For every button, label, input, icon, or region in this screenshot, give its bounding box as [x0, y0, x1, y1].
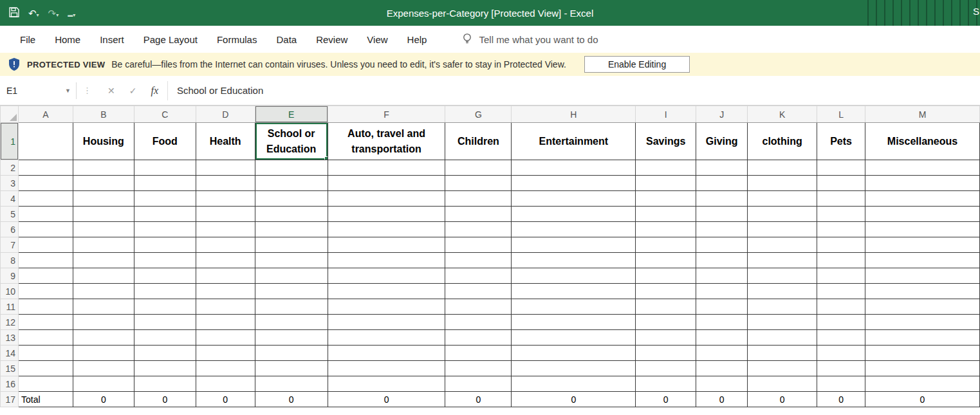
cell-K6[interactable]	[748, 222, 817, 237]
column-header-K[interactable]: K	[748, 106, 817, 123]
menu-item-view[interactable]: View	[357, 34, 397, 45]
cell-L2[interactable]	[817, 160, 865, 176]
row-header-15[interactable]: 15	[1, 361, 19, 376]
cell-D9[interactable]	[196, 268, 255, 284]
cell-B7[interactable]	[73, 237, 134, 253]
cell-C9[interactable]	[134, 268, 196, 284]
cell-L6[interactable]	[817, 222, 865, 237]
cell-J8[interactable]	[696, 253, 748, 268]
cell-C2[interactable]	[134, 160, 196, 176]
cell-L11[interactable]	[817, 299, 865, 315]
cell-J1[interactable]: Giving	[696, 123, 748, 160]
cell-H12[interactable]	[512, 315, 636, 330]
cell-I2[interactable]	[636, 160, 696, 176]
cell-G16[interactable]	[445, 376, 512, 392]
cell-J14[interactable]	[696, 346, 748, 361]
cell-I12[interactable]	[636, 315, 696, 330]
cell-C11[interactable]	[134, 299, 196, 315]
menu-item-file[interactable]: File	[10, 34, 45, 45]
cell-F17[interactable]: 0	[328, 392, 445, 407]
cell-C12[interactable]	[134, 315, 196, 330]
cell-I17[interactable]: 0	[636, 392, 696, 407]
cell-E2[interactable]	[255, 160, 328, 176]
cell-B11[interactable]	[73, 299, 134, 315]
cell-G8[interactable]	[445, 253, 512, 268]
cell-M3[interactable]	[865, 176, 980, 191]
cell-L4[interactable]	[817, 191, 865, 207]
cell-B13[interactable]	[73, 330, 134, 346]
cell-J7[interactable]	[696, 237, 748, 253]
save-icon[interactable]	[9, 7, 19, 19]
menu-item-data[interactable]: Data	[266, 34, 306, 45]
cell-F14[interactable]	[328, 346, 445, 361]
cell-E11[interactable]	[255, 299, 328, 315]
cell-E8[interactable]	[255, 253, 328, 268]
cell-E16[interactable]	[255, 376, 328, 392]
row-header-2[interactable]: 2	[1, 160, 19, 176]
cell-M13[interactable]	[865, 330, 980, 346]
row-header-8[interactable]: 8	[1, 253, 19, 268]
cell-J3[interactable]	[696, 176, 748, 191]
cell-C8[interactable]	[134, 253, 196, 268]
cell-A4[interactable]	[18, 191, 73, 207]
cell-K10[interactable]	[748, 284, 817, 299]
cell-J6[interactable]	[696, 222, 748, 237]
cell-C15[interactable]	[134, 361, 196, 376]
menu-item-help[interactable]: Help	[398, 34, 437, 45]
cell-E1[interactable]: School or Education	[255, 123, 328, 160]
cell-I9[interactable]	[636, 268, 696, 284]
cell-M6[interactable]	[865, 222, 980, 237]
cell-F10[interactable]	[328, 284, 445, 299]
cell-A5[interactable]	[18, 207, 73, 222]
cell-H4[interactable]	[512, 191, 636, 207]
cell-A3[interactable]	[18, 176, 73, 191]
cell-C6[interactable]	[134, 222, 196, 237]
cell-G13[interactable]	[445, 330, 512, 346]
cell-I14[interactable]	[636, 346, 696, 361]
cell-E5[interactable]	[255, 207, 328, 222]
cell-F13[interactable]	[328, 330, 445, 346]
cell-E7[interactable]	[255, 237, 328, 253]
row-header-17[interactable]: 17	[1, 392, 19, 407]
cell-I11[interactable]	[636, 299, 696, 315]
cell-G2[interactable]	[445, 160, 512, 176]
row-header-12[interactable]: 12	[1, 315, 19, 330]
cell-M7[interactable]	[865, 237, 980, 253]
cell-K3[interactable]	[748, 176, 817, 191]
cell-M5[interactable]	[865, 207, 980, 222]
cell-G17[interactable]: 0	[445, 392, 512, 407]
cell-F16[interactable]	[328, 376, 445, 392]
cell-B14[interactable]	[73, 346, 134, 361]
cell-G7[interactable]	[445, 237, 512, 253]
cell-B15[interactable]	[73, 361, 134, 376]
cell-L14[interactable]	[817, 346, 865, 361]
cell-I10[interactable]	[636, 284, 696, 299]
cell-E9[interactable]	[255, 268, 328, 284]
row-header-14[interactable]: 14	[1, 346, 19, 361]
cell-C10[interactable]	[134, 284, 196, 299]
cell-F8[interactable]	[328, 253, 445, 268]
cell-H1[interactable]: Entertainment	[512, 123, 636, 160]
cell-H8[interactable]	[512, 253, 636, 268]
cell-D3[interactable]	[196, 176, 255, 191]
cell-M17[interactable]: 0	[865, 392, 980, 407]
cell-A9[interactable]	[18, 268, 73, 284]
cell-M14[interactable]	[865, 346, 980, 361]
row-header-13[interactable]: 13	[1, 330, 19, 346]
name-box-dropdown-icon[interactable]: ▼	[65, 88, 71, 94]
cell-J13[interactable]	[696, 330, 748, 346]
cell-K16[interactable]	[748, 376, 817, 392]
column-header-M[interactable]: M	[865, 106, 980, 123]
cell-D12[interactable]	[196, 315, 255, 330]
cell-I1[interactable]: Savings	[636, 123, 696, 160]
cell-H9[interactable]	[512, 268, 636, 284]
cell-I7[interactable]	[636, 237, 696, 253]
cell-C4[interactable]	[134, 191, 196, 207]
cell-A6[interactable]	[18, 222, 73, 237]
cell-B8[interactable]	[73, 253, 134, 268]
select-all-corner[interactable]	[1, 106, 19, 123]
cell-A10[interactable]	[18, 284, 73, 299]
undo-icon[interactable]: ↶▾	[28, 8, 39, 18]
menu-item-page-layout[interactable]: Page Layout	[134, 34, 207, 45]
cell-G1[interactable]: Children	[445, 123, 512, 160]
